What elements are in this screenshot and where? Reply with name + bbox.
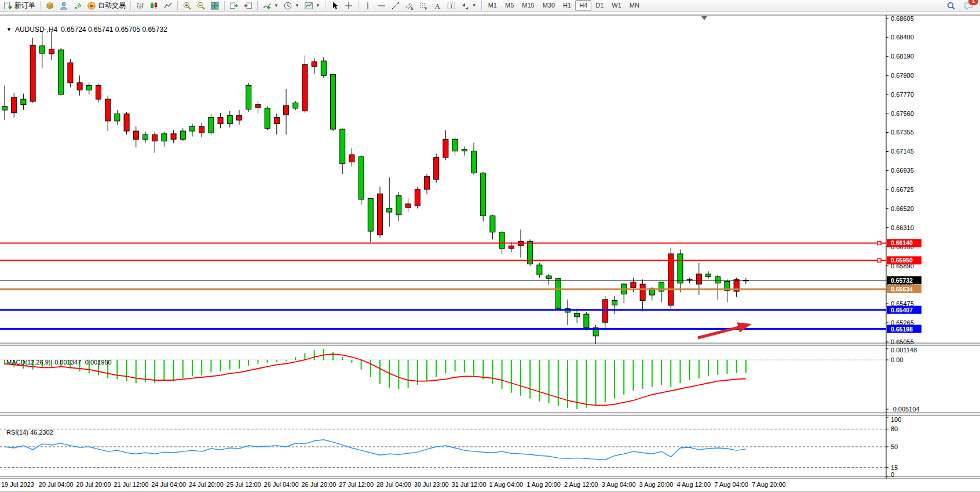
svg-text:T: T <box>449 2 453 9</box>
timeframe-h4-button[interactable]: H4 <box>575 0 591 11</box>
candle-body <box>105 99 111 121</box>
tile-windows-icon <box>210 1 220 10</box>
text-label-button[interactable]: T <box>444 0 458 12</box>
candle-body <box>349 155 354 162</box>
svg-text:0.65055: 0.65055 <box>891 338 914 345</box>
candle-body <box>706 274 711 277</box>
new-order-button-label: 新订单 <box>14 1 35 10</box>
community-button[interactable] <box>57 0 71 12</box>
equidistant-channel-button[interactable]: E <box>403 0 416 12</box>
search-button[interactable] <box>944 0 958 12</box>
timeframe-m30-button[interactable]: M30 <box>539 0 559 11</box>
caret-down-icon: ▼ <box>472 3 477 8</box>
new-order-icon <box>3 1 13 10</box>
level-handle <box>877 258 881 262</box>
indicators-icon <box>262 1 272 10</box>
candle-body <box>668 254 674 305</box>
candle-body <box>284 105 289 115</box>
crosshair-button[interactable] <box>342 0 356 12</box>
timeframe-m15-button[interactable]: M15 <box>518 0 538 11</box>
candle-body <box>218 118 223 124</box>
notification-badge: 1 <box>968 0 978 5</box>
bar-chart-button[interactable] <box>133 0 147 12</box>
svg-text:0.65950: 0.65950 <box>891 257 913 264</box>
zoom-out-button[interactable] <box>194 0 208 12</box>
toolbar: 新订单自动交易▼▼▼EFAT▼M1M5M15M30H1H4D1W1MN1 <box>0 0 980 12</box>
zoom-in-icon <box>182 1 192 10</box>
candle-body <box>30 45 35 101</box>
toolbar-separator <box>130 1 131 10</box>
templates-button[interactable]: ▼ <box>302 0 323 12</box>
chart-dropdown-icon[interactable]: ▼ <box>6 27 12 32</box>
svg-text:27 Jul 12:00: 27 Jul 12:00 <box>339 481 374 488</box>
svg-text:21 Jul 12:00: 21 Jul 12:00 <box>114 481 148 488</box>
svg-text:7 Aug 20:00: 7 Aug 20:00 <box>752 481 786 488</box>
toolbar-separator <box>481 1 482 10</box>
timeframe-mn-button[interactable]: MN <box>626 0 643 11</box>
candle-body <box>387 209 392 212</box>
svg-text:0.67355: 0.67355 <box>891 129 914 136</box>
svg-text:0.67770: 0.67770 <box>891 91 914 98</box>
indicators-button[interactable]: ▼ <box>260 0 281 12</box>
price-chip-0.66140: 0.66140 <box>887 239 922 247</box>
candle-body <box>481 173 486 216</box>
timeframe-m5-button[interactable]: M5 <box>501 0 518 11</box>
svg-text:30 Jul 23:00: 30 Jul 23:00 <box>414 481 449 488</box>
candlestick-chart-button[interactable] <box>147 0 161 12</box>
horizontal-line-button[interactable] <box>375 0 389 12</box>
candle-body <box>443 139 448 157</box>
line-chart-button[interactable] <box>161 0 175 12</box>
trendline-button[interactable] <box>389 0 403 12</box>
auto-trading-button[interactable]: 自动交易 <box>85 0 128 12</box>
caret-down-icon: ▼ <box>295 3 299 8</box>
candle-body <box>12 97 17 113</box>
timeframe-d1-button[interactable]: D1 <box>591 0 608 11</box>
cursor-button[interactable] <box>328 0 342 12</box>
svg-text:0.68190: 0.68190 <box>891 53 914 60</box>
candle-body <box>640 284 645 300</box>
candle-body <box>696 274 701 284</box>
auto-trading-button-label: 自动交易 <box>98 1 126 10</box>
candle-body <box>359 156 364 199</box>
svg-text:0.67145: 0.67145 <box>891 148 914 155</box>
zoom-in-button[interactable] <box>180 0 194 12</box>
candle-body <box>124 114 129 131</box>
text-button[interactable]: A <box>430 0 444 12</box>
signal-button[interactable] <box>71 0 85 12</box>
time-axis: 19 Jul 202320 Jul 04:0020 Jul 20:0021 Ju… <box>1 481 786 488</box>
market-button[interactable] <box>43 0 57 12</box>
chart-shift-button[interactable] <box>241 0 255 12</box>
candle-body <box>302 64 308 111</box>
svg-text:3 Aug 04:00: 3 Aug 04:00 <box>602 481 636 488</box>
candle-body <box>312 62 317 67</box>
candle-body <box>546 276 551 279</box>
candle-body <box>405 204 411 207</box>
auto-scroll-button[interactable] <box>227 0 241 12</box>
price-chart-canvas[interactable]: 0.686050.684000.681900.679800.677700.675… <box>0 0 980 492</box>
candle-body <box>396 196 401 215</box>
candle-body <box>584 314 589 328</box>
candle-body <box>471 151 477 173</box>
timeframe-m1-button[interactable]: M1 <box>484 0 501 11</box>
fibonacci-button[interactable]: F <box>416 0 430 12</box>
svg-text:26 Jul 20:00: 26 Jul 20:00 <box>301 481 336 488</box>
candle-body <box>227 115 232 123</box>
candle-body <box>58 50 64 94</box>
svg-text:0.65407: 0.65407 <box>891 307 913 314</box>
notifications-button[interactable]: 1 <box>961 0 975 12</box>
candle-body <box>209 118 214 133</box>
level-handle <box>877 241 881 245</box>
svg-text:0.00: 0.00 <box>891 356 903 363</box>
tile-windows-button[interactable] <box>208 0 222 12</box>
candle-body <box>190 126 195 131</box>
new-order-button[interactable]: 新订单 <box>1 0 38 12</box>
periods-button[interactable]: ▼ <box>281 0 302 12</box>
text-label-icon: T <box>447 1 456 10</box>
vertical-line-button[interactable] <box>361 0 375 12</box>
chart-bars-icon <box>136 1 145 10</box>
timeframe-h1-button[interactable]: H1 <box>559 0 575 11</box>
macd-label: MACD(12,26,9) -0.001347 -0.001950 <box>6 359 112 366</box>
arrows-button[interactable]: ▼ <box>458 0 479 12</box>
timeframe-w1-button[interactable]: W1 <box>608 0 626 11</box>
candle-body <box>602 300 608 322</box>
